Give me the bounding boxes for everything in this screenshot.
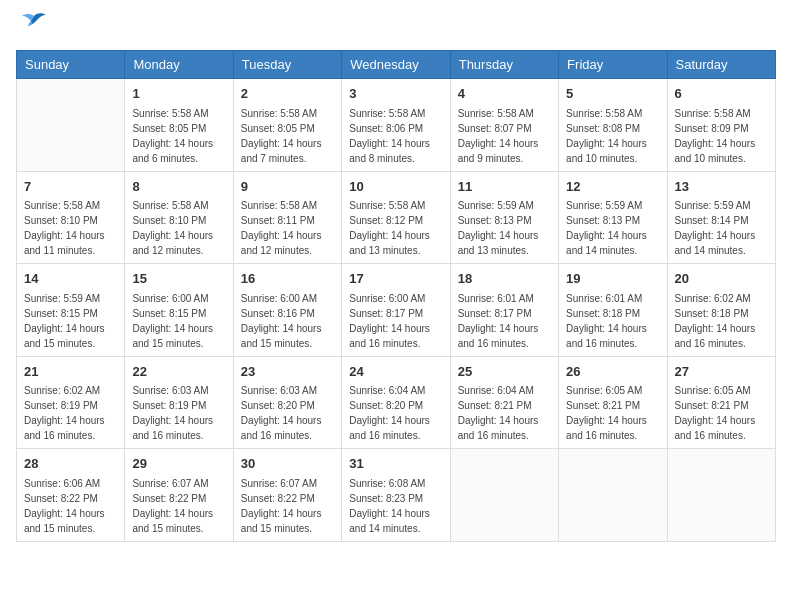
- day-info: Sunrise: 5:58 AMSunset: 8:06 PMDaylight:…: [349, 106, 442, 166]
- day-number: 16: [241, 269, 334, 289]
- weekday-header-wednesday: Wednesday: [342, 51, 450, 79]
- day-number: 26: [566, 362, 659, 382]
- day-number: 9: [241, 177, 334, 197]
- logo: [16, 16, 48, 40]
- day-number: 24: [349, 362, 442, 382]
- weekday-header-thursday: Thursday: [450, 51, 558, 79]
- week-row-2: 7Sunrise: 5:58 AMSunset: 8:10 PMDaylight…: [17, 171, 776, 264]
- day-number: 13: [675, 177, 768, 197]
- day-info: Sunrise: 6:00 AMSunset: 8:16 PMDaylight:…: [241, 291, 334, 351]
- day-cell: [667, 449, 775, 542]
- day-cell: 30Sunrise: 6:07 AMSunset: 8:22 PMDayligh…: [233, 449, 341, 542]
- day-cell: 14Sunrise: 5:59 AMSunset: 8:15 PMDayligh…: [17, 264, 125, 357]
- day-number: 15: [132, 269, 225, 289]
- day-cell: 13Sunrise: 5:59 AMSunset: 8:14 PMDayligh…: [667, 171, 775, 264]
- day-info: Sunrise: 5:58 AMSunset: 8:09 PMDaylight:…: [675, 106, 768, 166]
- day-info: Sunrise: 6:00 AMSunset: 8:15 PMDaylight:…: [132, 291, 225, 351]
- day-cell: 2Sunrise: 5:58 AMSunset: 8:05 PMDaylight…: [233, 79, 341, 172]
- day-number: 20: [675, 269, 768, 289]
- day-number: 4: [458, 84, 551, 104]
- day-cell: 29Sunrise: 6:07 AMSunset: 8:22 PMDayligh…: [125, 449, 233, 542]
- day-number: 18: [458, 269, 551, 289]
- day-number: 31: [349, 454, 442, 474]
- day-cell: 16Sunrise: 6:00 AMSunset: 8:16 PMDayligh…: [233, 264, 341, 357]
- day-cell: 23Sunrise: 6:03 AMSunset: 8:20 PMDayligh…: [233, 356, 341, 449]
- day-cell: 26Sunrise: 6:05 AMSunset: 8:21 PMDayligh…: [559, 356, 667, 449]
- day-number: 3: [349, 84, 442, 104]
- day-cell: 22Sunrise: 6:03 AMSunset: 8:19 PMDayligh…: [125, 356, 233, 449]
- day-number: 11: [458, 177, 551, 197]
- weekday-header-tuesday: Tuesday: [233, 51, 341, 79]
- day-info: Sunrise: 5:59 AMSunset: 8:14 PMDaylight:…: [675, 198, 768, 258]
- day-cell: 5Sunrise: 5:58 AMSunset: 8:08 PMDaylight…: [559, 79, 667, 172]
- day-info: Sunrise: 5:58 AMSunset: 8:07 PMDaylight:…: [458, 106, 551, 166]
- week-row-5: 28Sunrise: 6:06 AMSunset: 8:22 PMDayligh…: [17, 449, 776, 542]
- day-info: Sunrise: 6:05 AMSunset: 8:21 PMDaylight:…: [675, 383, 768, 443]
- day-number: 8: [132, 177, 225, 197]
- page-header: [16, 16, 776, 40]
- day-number: 10: [349, 177, 442, 197]
- day-cell: 12Sunrise: 5:59 AMSunset: 8:13 PMDayligh…: [559, 171, 667, 264]
- day-number: 23: [241, 362, 334, 382]
- day-info: Sunrise: 5:58 AMSunset: 8:10 PMDaylight:…: [132, 198, 225, 258]
- day-cell: 1Sunrise: 5:58 AMSunset: 8:05 PMDaylight…: [125, 79, 233, 172]
- day-cell: 7Sunrise: 5:58 AMSunset: 8:10 PMDaylight…: [17, 171, 125, 264]
- day-info: Sunrise: 6:03 AMSunset: 8:19 PMDaylight:…: [132, 383, 225, 443]
- day-info: Sunrise: 6:03 AMSunset: 8:20 PMDaylight:…: [241, 383, 334, 443]
- day-info: Sunrise: 6:04 AMSunset: 8:21 PMDaylight:…: [458, 383, 551, 443]
- day-number: 30: [241, 454, 334, 474]
- weekday-header-sunday: Sunday: [17, 51, 125, 79]
- day-number: 5: [566, 84, 659, 104]
- calendar-table: SundayMondayTuesdayWednesdayThursdayFrid…: [16, 50, 776, 542]
- day-info: Sunrise: 5:58 AMSunset: 8:05 PMDaylight:…: [241, 106, 334, 166]
- weekday-header-monday: Monday: [125, 51, 233, 79]
- day-cell: 27Sunrise: 6:05 AMSunset: 8:21 PMDayligh…: [667, 356, 775, 449]
- weekday-header-saturday: Saturday: [667, 51, 775, 79]
- day-number: 25: [458, 362, 551, 382]
- week-row-1: 1Sunrise: 5:58 AMSunset: 8:05 PMDaylight…: [17, 79, 776, 172]
- day-number: 17: [349, 269, 442, 289]
- day-cell: 17Sunrise: 6:00 AMSunset: 8:17 PMDayligh…: [342, 264, 450, 357]
- week-row-3: 14Sunrise: 5:59 AMSunset: 8:15 PMDayligh…: [17, 264, 776, 357]
- day-cell: 19Sunrise: 6:01 AMSunset: 8:18 PMDayligh…: [559, 264, 667, 357]
- day-info: Sunrise: 6:05 AMSunset: 8:21 PMDaylight:…: [566, 383, 659, 443]
- day-info: Sunrise: 5:59 AMSunset: 8:15 PMDaylight:…: [24, 291, 117, 351]
- day-info: Sunrise: 6:01 AMSunset: 8:18 PMDaylight:…: [566, 291, 659, 351]
- day-cell: 28Sunrise: 6:06 AMSunset: 8:22 PMDayligh…: [17, 449, 125, 542]
- day-info: Sunrise: 5:59 AMSunset: 8:13 PMDaylight:…: [566, 198, 659, 258]
- day-info: Sunrise: 6:00 AMSunset: 8:17 PMDaylight:…: [349, 291, 442, 351]
- logo-bird-icon: [20, 12, 48, 40]
- day-number: 6: [675, 84, 768, 104]
- day-info: Sunrise: 5:58 AMSunset: 8:10 PMDaylight:…: [24, 198, 117, 258]
- day-cell: 4Sunrise: 5:58 AMSunset: 8:07 PMDaylight…: [450, 79, 558, 172]
- day-cell: 20Sunrise: 6:02 AMSunset: 8:18 PMDayligh…: [667, 264, 775, 357]
- day-number: 1: [132, 84, 225, 104]
- day-number: 21: [24, 362, 117, 382]
- day-info: Sunrise: 6:02 AMSunset: 8:18 PMDaylight:…: [675, 291, 768, 351]
- day-cell: 10Sunrise: 5:58 AMSunset: 8:12 PMDayligh…: [342, 171, 450, 264]
- day-info: Sunrise: 6:02 AMSunset: 8:19 PMDaylight:…: [24, 383, 117, 443]
- day-info: Sunrise: 5:58 AMSunset: 8:08 PMDaylight:…: [566, 106, 659, 166]
- day-number: 12: [566, 177, 659, 197]
- day-info: Sunrise: 5:58 AMSunset: 8:11 PMDaylight:…: [241, 198, 334, 258]
- day-cell: [17, 79, 125, 172]
- day-info: Sunrise: 6:06 AMSunset: 8:22 PMDaylight:…: [24, 476, 117, 536]
- day-info: Sunrise: 6:01 AMSunset: 8:17 PMDaylight:…: [458, 291, 551, 351]
- day-cell: 18Sunrise: 6:01 AMSunset: 8:17 PMDayligh…: [450, 264, 558, 357]
- day-cell: 21Sunrise: 6:02 AMSunset: 8:19 PMDayligh…: [17, 356, 125, 449]
- day-number: 22: [132, 362, 225, 382]
- day-number: 27: [675, 362, 768, 382]
- day-number: 14: [24, 269, 117, 289]
- day-cell: 25Sunrise: 6:04 AMSunset: 8:21 PMDayligh…: [450, 356, 558, 449]
- weekday-header-friday: Friday: [559, 51, 667, 79]
- day-info: Sunrise: 5:58 AMSunset: 8:05 PMDaylight:…: [132, 106, 225, 166]
- day-number: 29: [132, 454, 225, 474]
- day-number: 7: [24, 177, 117, 197]
- day-cell: 8Sunrise: 5:58 AMSunset: 8:10 PMDaylight…: [125, 171, 233, 264]
- day-number: 19: [566, 269, 659, 289]
- day-cell: [559, 449, 667, 542]
- day-info: Sunrise: 5:58 AMSunset: 8:12 PMDaylight:…: [349, 198, 442, 258]
- day-info: Sunrise: 5:59 AMSunset: 8:13 PMDaylight:…: [458, 198, 551, 258]
- day-cell: 9Sunrise: 5:58 AMSunset: 8:11 PMDaylight…: [233, 171, 341, 264]
- day-cell: 31Sunrise: 6:08 AMSunset: 8:23 PMDayligh…: [342, 449, 450, 542]
